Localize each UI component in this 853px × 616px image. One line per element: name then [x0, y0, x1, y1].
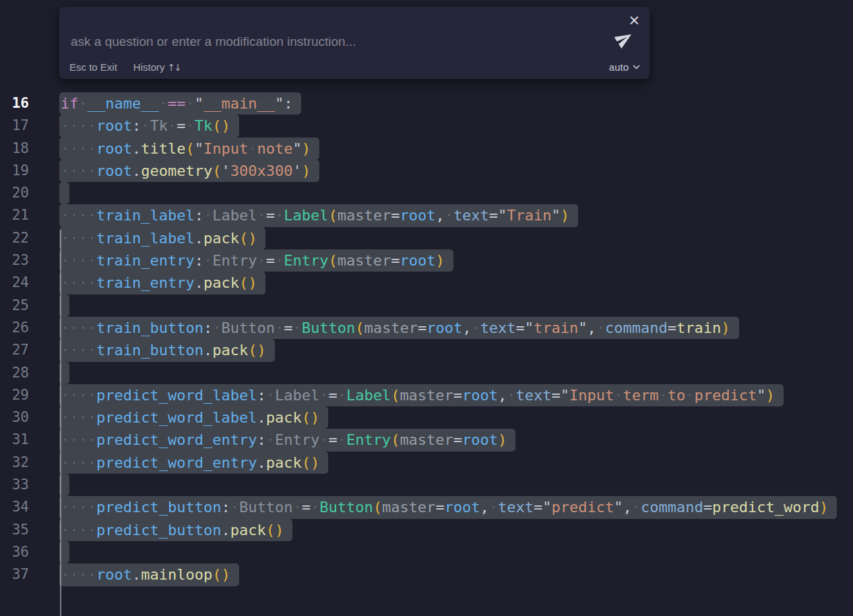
code-editor[interactable]: 16if·__name__·==·"__main__":17····root:·… [0, 92, 853, 586]
code-line[interactable]: 31····predict_word_entry:·Entry·=·Entry(… [0, 429, 853, 451]
history-button[interactable]: History ↑↓ [133, 61, 181, 73]
gutter-gap [29, 92, 59, 115]
line-number: 27 [0, 339, 29, 361]
code-token: root [462, 387, 498, 404]
code-line[interactable]: 28 [0, 362, 853, 384]
send-icon[interactable] [615, 30, 633, 48]
gutter-gap [29, 496, 59, 518]
code-line[interactable]: 36 [0, 541, 853, 563]
code-token: " [552, 207, 561, 224]
code-line-content[interactable]: ····predict_button.pack() [59, 519, 292, 541]
code-line[interactable]: 23····train_entry:·Entry·=·Entry(master=… [0, 249, 853, 272]
whitespace-dots: · [266, 387, 275, 404]
code-token: predict_button [96, 499, 221, 516]
code-line[interactable]: 27····train_button.pack() [0, 339, 853, 361]
code-line[interactable]: 21····train_label:·Label·=·Label(master=… [0, 204, 853, 226]
line-number: 28 [0, 362, 29, 384]
code-token: : [195, 207, 203, 224]
code-line-content[interactable]: ····train_button:·Button·=·Button(master… [59, 317, 739, 339]
code-line-content[interactable]: ····root.geometry('300x300') [59, 160, 319, 182]
code-token: ) [435, 252, 444, 269]
code-token: , [462, 319, 471, 336]
whitespace-dots: · [203, 252, 212, 269]
code-line-content[interactable]: ····train_label.pack() [59, 227, 265, 249]
code-line-content[interactable]: ····root:·Tk·=·Tk() [59, 115, 239, 137]
code-line-content[interactable]: ····predict_button:·Button·=·Button(mast… [59, 496, 837, 518]
close-icon[interactable]: × [625, 12, 643, 29]
code-line[interactable]: 20 [0, 182, 853, 204]
whitespace-dots: · [292, 499, 301, 516]
code-line[interactable]: 18····root.title("Input·note") [0, 137, 853, 160]
code-token: . [132, 140, 141, 157]
code-token: = [266, 207, 275, 224]
code-token: train_label [96, 207, 195, 224]
code-line[interactable]: 30····predict_word_label.pack() [0, 406, 853, 429]
code-token: root [445, 499, 480, 516]
code-line[interactable]: 33 [0, 474, 853, 496]
code-token: . [132, 566, 141, 583]
whitespace-dots: · [275, 252, 284, 269]
whitespace-dots: ···· [61, 409, 96, 426]
code-line-content[interactable]: ····train_entry:·Entry·=·Entry(master=ro… [59, 249, 453, 272]
code-line[interactable]: 35····predict_button.pack() [0, 519, 853, 541]
mode-dropdown[interactable]: auto [609, 61, 640, 73]
whitespace-dots: ···· [61, 454, 96, 471]
whitespace-dots: · [257, 252, 265, 269]
code-line[interactable]: 16if·__name__·==·"__main__": [0, 92, 853, 115]
line-number: 33 [0, 474, 29, 496]
code-line[interactable]: 17····root:·Tk·=·Tk() [0, 115, 853, 137]
code-token: = [266, 252, 275, 269]
code-token: train [534, 319, 578, 336]
code-line[interactable]: 22····train_label.pack() [0, 227, 853, 249]
code-line-content[interactable]: ····predict_word_entry:·Entry·=·Entry(ma… [59, 429, 515, 451]
code-line-content[interactable]: ····predict_word_entry.pack() [59, 452, 328, 474]
code-token: ) [302, 140, 311, 157]
code-line[interactable]: 34····predict_button:·Button·=·Button(ma… [0, 496, 853, 518]
code-line-content[interactable]: ····root.mainloop() [59, 563, 239, 586]
code-line[interactable]: 32····predict_word_entry.pack() [0, 452, 853, 474]
code-token: to [668, 387, 686, 404]
whitespace-dots: ···· [61, 387, 96, 404]
gutter-gap [29, 182, 59, 204]
code-line[interactable]: 26····train_button:·Button·=·Button(mast… [0, 317, 853, 339]
prompt-input[interactable] [69, 31, 598, 53]
code-token: root [400, 207, 435, 224]
chevron-down-icon [633, 65, 640, 69]
code-line-content[interactable] [59, 182, 69, 204]
code-line[interactable]: 19····root.geometry('300x300') [0, 160, 853, 182]
code-token: Tk [195, 117, 213, 134]
indent-guide [60, 230, 61, 616]
code-token: geometry [141, 162, 212, 179]
code-line-content[interactable]: ····train_label:·Label·=·Label(master=ro… [59, 204, 578, 226]
history-updown-icon: ↑↓ [168, 62, 181, 73]
code-token: Entry [284, 252, 328, 269]
code-line-content[interactable]: ····train_button.pack() [59, 339, 275, 361]
code-line-content[interactable]: if·__name__·==·"__main__": [59, 92, 301, 115]
code-token: = [391, 207, 400, 224]
code-token: train_button [96, 342, 203, 359]
code-token: predict [695, 387, 757, 404]
code-line[interactable]: 25 [0, 295, 853, 317]
code-line[interactable]: 29····predict_word_label:·Label·=·Label(… [0, 384, 853, 406]
code-token: Label [212, 207, 257, 224]
code-token: master [338, 252, 391, 269]
code-line[interactable]: 37····root.mainloop() [0, 563, 853, 586]
whitespace-dots: · [185, 95, 194, 112]
code-line-content[interactable]: ····root.title("Input·note") [59, 137, 319, 160]
code-token: () [212, 117, 230, 134]
code-token: pack [266, 454, 302, 471]
code-token: ( [328, 207, 337, 224]
code-line-content[interactable]: ····predict_word_label.pack() [59, 406, 328, 429]
code-token: : [257, 431, 265, 448]
code-line-content[interactable]: ····predict_word_label:·Label·=·Label(ma… [59, 384, 784, 406]
code-line[interactable]: 24····train_entry.pack() [0, 272, 853, 294]
code-token: term [623, 387, 659, 404]
code-token: : [203, 319, 212, 336]
line-number: 34 [0, 496, 29, 518]
whitespace-dots: ···· [61, 342, 96, 359]
code-line-content[interactable]: ····train_entry.pack() [59, 272, 265, 294]
gutter-gap [29, 137, 59, 160]
whitespace-dots: · [275, 207, 284, 224]
code-token: predict_word_label [96, 387, 257, 404]
gutter-gap [29, 295, 59, 317]
